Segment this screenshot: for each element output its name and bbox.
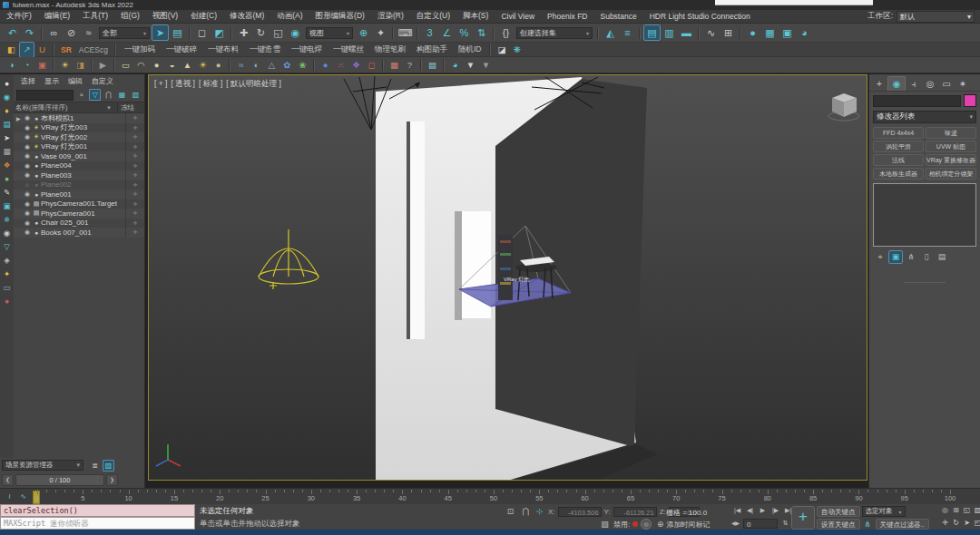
zoom-extents-icon[interactable]: ◱ <box>962 505 972 516</box>
scene-explorer-combo[interactable]: 场景资源管理器 ▾ <box>2 460 83 471</box>
frame-back-button[interactable]: ❮ <box>2 474 14 486</box>
explorer-row[interactable]: ◉●Plane003✛ <box>14 170 144 180</box>
angle-snap-icon[interactable]: ∠ <box>438 24 456 41</box>
explorer-list-view-icon[interactable]: ▦ <box>116 89 128 101</box>
strip-pencil-icon[interactable]: ✎ <box>0 186 14 199</box>
visibility-eye-icon[interactable]: ◉ <box>23 190 32 198</box>
menu-item-13[interactable]: Phoenix FD <box>541 12 593 21</box>
object-name[interactable]: Books 007_001 <box>41 229 125 237</box>
viewport-label-segment-0[interactable]: [ + ] <box>154 79 167 90</box>
leaf-icon[interactable]: ❀ <box>295 57 310 73</box>
timeline-frame-number[interactable]: 95 <box>901 494 908 502</box>
set-key-button[interactable]: 设置关键点 <box>817 519 860 530</box>
timeline-frame-number[interactable]: 20 <box>216 494 223 502</box>
explorer-row[interactable]: ▶◉●布料模拟1✛ <box>14 113 144 123</box>
one-key-snow-button[interactable]: 一键造雪 <box>250 44 280 55</box>
expand-arrow-icon[interactable]: ▶ <box>16 115 23 122</box>
transform-type-in-icon[interactable]: ⊹ <box>534 506 545 517</box>
modifier-button[interactable]: 相机绑定分镜架 <box>926 168 976 180</box>
remove-modifier-icon[interactable]: ▯ <box>919 250 934 264</box>
play-icon[interactable]: ▶ <box>757 505 769 516</box>
explorer-add-icon[interactable]: ▧ <box>130 89 142 101</box>
compare-icon[interactable]: ◧ <box>4 42 19 58</box>
strip-palette-icon[interactable]: ❖ <box>0 159 14 172</box>
timeline-frame-number[interactable]: 40 <box>398 494 406 502</box>
timeline-frame-number[interactable]: 15 <box>171 494 178 502</box>
perspective-viewport[interactable]: [ + ][ 透视 ][ 标准 ][ 默认明暗处理 ] VRay 灯光 <box>148 74 867 481</box>
percent-snap-icon[interactable]: % <box>456 24 473 41</box>
random-id-button[interactable]: 随机ID <box>458 44 482 55</box>
explorer-row[interactable]: ◉●Plane002✛ <box>14 180 144 190</box>
strip-eye-icon[interactable]: ◉ <box>0 227 14 240</box>
menu-item-2[interactable]: 工具(T) <box>76 11 114 22</box>
visibility-eye-icon[interactable]: ◉ <box>23 152 32 160</box>
settings-flower-icon[interactable]: ❋ <box>509 42 524 58</box>
flower-icon[interactable]: ✿ <box>279 57 295 73</box>
object-name[interactable]: Plane004 <box>41 161 125 170</box>
explorer-menu-2[interactable]: 编辑 <box>64 76 86 86</box>
explorer-column-header[interactable]: 名称(按降序排序) ▼ 冻结 <box>14 102 144 113</box>
frozen-toggle-icon[interactable]: ✛ <box>125 113 144 123</box>
books-object[interactable] <box>498 235 513 300</box>
explorer-row[interactable]: ◉☀VRay 灯光003✛ <box>14 123 144 133</box>
frozen-toggle-icon[interactable]: ✛ <box>125 170 144 180</box>
sky-sphere-icon[interactable]: ● <box>211 57 226 73</box>
frozen-toggle-icon[interactable]: ✛ <box>125 199 144 209</box>
visibility-eye-icon[interactable]: ◉ <box>23 124 32 131</box>
vray-frame-buffer-icon[interactable]: ▣ <box>34 57 50 73</box>
selection-lock-icon[interactable]: ⋂ <box>520 506 532 517</box>
strip-plane-icon[interactable]: ▭ <box>0 281 14 295</box>
timeline-frame-number[interactable]: 5 <box>81 494 84 502</box>
frozen-toggle-icon[interactable]: ✛ <box>125 151 144 161</box>
key-selection-dropdown[interactable]: 选定对象 ▾ <box>862 506 906 517</box>
zoom-all-icon[interactable]: ⊞ <box>951 505 961 516</box>
unlink-selection-icon[interactable]: ⊘ <box>63 24 80 41</box>
modifier-button[interactable]: 涡轮平滑 <box>873 141 924 152</box>
object-name[interactable]: PhysCamera001 <box>41 209 125 218</box>
object-name[interactable]: VRay 灯光003 <box>41 122 125 132</box>
one-key-weld-button[interactable]: 一键电焊 <box>291 44 322 55</box>
strip-star-icon[interactable]: ✦ <box>0 268 14 281</box>
current-frame-field[interactable]: 0 <box>743 519 778 529</box>
gear-purple-icon[interactable]: ❖ <box>348 57 364 73</box>
menu-item-11[interactable]: 脚本(S) <box>456 11 495 22</box>
explorer-row[interactable]: ◉●Plane001✛ <box>14 190 144 199</box>
rendered-frame-window-icon[interactable]: ▣ <box>779 24 796 41</box>
help-icon[interactable]: ? <box>402 57 417 73</box>
object-name-field[interactable] <box>873 95 961 107</box>
strip-dot-icon[interactable]: ● <box>0 295 14 308</box>
strip-monitor-icon[interactable]: ▤ <box>0 118 14 131</box>
modifier-button[interactable]: 噪波 <box>926 127 976 139</box>
frozen-column-header[interactable]: 冻结 <box>117 103 142 112</box>
auto-key-button[interactable]: 自动关键点 <box>817 506 860 517</box>
viewport-label-segment-2[interactable]: [ 标准 ] <box>199 79 222 90</box>
pin-stack-icon[interactable]: ⌖ <box>873 250 887 264</box>
cloth-shirt2-icon[interactable]: ▼ <box>478 57 494 73</box>
object-name[interactable]: 布料模拟1 <box>41 113 125 123</box>
menu-item-1[interactable]: 编辑(E) <box>38 11 76 22</box>
object-name[interactable]: VRay 灯光002 <box>41 132 125 142</box>
schematic-view-icon[interactable]: ⊞ <box>720 24 737 41</box>
one-key-screw-button[interactable]: 一键螺丝 <box>333 44 364 55</box>
explorer-menu-1[interactable]: 显示 <box>41 76 63 86</box>
object-color-swatch[interactable] <box>964 94 976 107</box>
clear-search-icon[interactable]: × <box>75 89 87 101</box>
visibility-eye-icon[interactable]: ◉ <box>23 209 32 217</box>
explorer-list-icon[interactable]: ≣ <box>89 460 101 472</box>
strip-camera-icon[interactable]: ◉ <box>0 91 14 104</box>
select-and-link-icon[interactable]: ∞ <box>45 24 63 41</box>
pan-icon[interactable]: ✛ <box>940 518 950 529</box>
render-setup-icon[interactable]: ▦ <box>761 24 779 41</box>
timeline-frame-number[interactable]: 70 <box>672 494 680 502</box>
set-keys-button[interactable]: + <box>791 506 815 530</box>
strip-select-icon[interactable]: ● <box>0 77 14 91</box>
vray-light-icon[interactable]: ☀ <box>57 57 73 73</box>
menu-item-12[interactable]: Civil View <box>495 12 541 21</box>
strip-sphere-icon[interactable]: ● <box>0 172 14 186</box>
timeline-frame-number[interactable]: 50 <box>490 494 497 502</box>
key-mode-toggle-icon[interactable]: ◀▶ <box>730 518 741 529</box>
lock-icon[interactable]: ⋂ <box>103 89 114 101</box>
tripod-icon[interactable]: △ <box>264 57 279 73</box>
frozen-toggle-icon[interactable]: ✛ <box>125 142 144 152</box>
show-end-result-icon[interactable]: ▣ <box>888 250 903 264</box>
